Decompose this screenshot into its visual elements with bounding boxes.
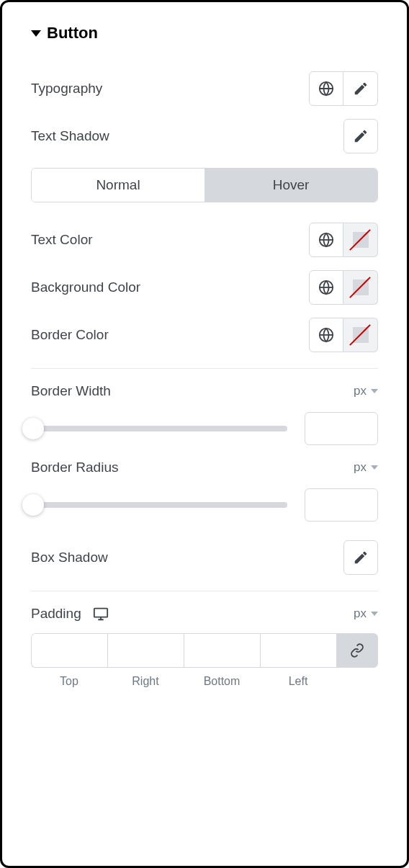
- border-color-label: Border Color: [31, 327, 109, 343]
- desktop-icon[interactable]: [93, 606, 109, 622]
- text-color-buttons: [309, 223, 378, 257]
- box-shadow-edit-button[interactable]: [343, 540, 378, 575]
- globe-icon: [318, 81, 334, 97]
- border-radius-row: Border Radius px: [31, 460, 378, 475]
- slider-thumb[interactable]: [22, 418, 44, 439]
- typography-label: Typography: [31, 81, 102, 97]
- box-shadow-label: Box Shadow: [31, 550, 108, 565]
- padding-link-button[interactable]: [336, 633, 378, 668]
- border-radius-slider[interactable]: [31, 502, 287, 508]
- slider-thumb[interactable]: [22, 494, 44, 516]
- globe-icon: [318, 327, 334, 343]
- background-color-globe-button[interactable]: [309, 270, 343, 305]
- border-width-slider-row: [31, 412, 378, 445]
- divider: [31, 591, 378, 591]
- border-radius-label: Border Radius: [31, 460, 118, 475]
- border-radius-unit-select[interactable]: px: [354, 460, 378, 475]
- globe-icon: [318, 279, 334, 295]
- padding-bottom-input[interactable]: [184, 633, 260, 668]
- border-color-swatch-button[interactable]: [343, 318, 378, 352]
- caret-down-icon: [31, 30, 41, 37]
- padding-col-bottom: Bottom: [184, 633, 260, 688]
- padding-top-input[interactable]: [31, 633, 107, 668]
- unit-value: px: [354, 384, 367, 398]
- padding-label: Padding: [31, 606, 81, 622]
- text-shadow-label: Text Shadow: [31, 128, 109, 144]
- box-shadow-row: Box Shadow: [31, 540, 378, 575]
- padding-row: Padding px: [31, 606, 378, 622]
- border-radius-slider-row: [31, 488, 378, 522]
- pencil-icon: [353, 81, 369, 97]
- pencil-icon: [353, 550, 369, 565]
- section-title: Button: [47, 24, 98, 42]
- text-color-row: Text Color: [31, 223, 378, 257]
- typography-row: Typography: [31, 71, 378, 106]
- chevron-down-icon: [371, 389, 378, 393]
- border-width-unit-select[interactable]: px: [354, 384, 378, 398]
- padding-caption-right: Right: [132, 675, 158, 688]
- tab-hover[interactable]: Hover: [204, 169, 377, 202]
- padding-label-group: Padding: [31, 606, 109, 622]
- padding-col-left: Left: [260, 633, 336, 688]
- text-color-label: Text Color: [31, 232, 93, 248]
- border-color-buttons: [309, 318, 378, 352]
- border-radius-input[interactable]: [305, 488, 378, 522]
- globe-button[interactable]: [309, 71, 343, 106]
- typography-buttons: [309, 71, 378, 106]
- link-icon: [350, 643, 364, 658]
- border-color-globe-button[interactable]: [309, 318, 343, 352]
- border-width-label: Border Width: [31, 383, 111, 399]
- section-header-button[interactable]: Button: [31, 24, 378, 42]
- padding-caption-bottom: Bottom: [204, 675, 241, 688]
- padding-col-top: Top: [31, 633, 107, 688]
- border-width-input[interactable]: [305, 412, 378, 445]
- padding-right-input[interactable]: [107, 633, 184, 668]
- divider: [31, 368, 378, 369]
- padding-unit-select[interactable]: px: [354, 607, 378, 621]
- text-shadow-row: Text Shadow: [31, 119, 378, 153]
- background-color-swatch-button[interactable]: [343, 270, 378, 305]
- border-width-row: Border Width px: [31, 383, 378, 399]
- padding-caption-left: Left: [289, 675, 308, 688]
- background-color-row: Background Color: [31, 270, 378, 305]
- unit-value: px: [354, 460, 367, 475]
- globe-icon: [318, 232, 334, 248]
- text-shadow-edit-button[interactable]: [343, 119, 378, 153]
- pencil-icon: [353, 128, 369, 144]
- text-color-swatch-button[interactable]: [343, 223, 378, 257]
- padding-col-right: Right: [107, 633, 184, 688]
- unit-value: px: [354, 607, 367, 621]
- border-color-row: Border Color: [31, 318, 378, 352]
- background-color-label: Background Color: [31, 279, 140, 295]
- state-tabs: Normal Hover: [31, 168, 378, 202]
- svg-rect-4: [94, 609, 107, 617]
- padding-left-input[interactable]: [260, 633, 336, 668]
- chevron-down-icon: [371, 465, 378, 470]
- background-color-buttons: [309, 270, 378, 305]
- text-color-globe-button[interactable]: [309, 223, 343, 257]
- border-width-slider[interactable]: [31, 426, 287, 431]
- edit-button[interactable]: [343, 71, 378, 106]
- chevron-down-icon: [371, 612, 378, 616]
- padding-inputs: Top Right Bottom Left: [31, 633, 378, 688]
- tab-normal[interactable]: Normal: [32, 169, 204, 202]
- padding-caption-top: Top: [60, 675, 78, 688]
